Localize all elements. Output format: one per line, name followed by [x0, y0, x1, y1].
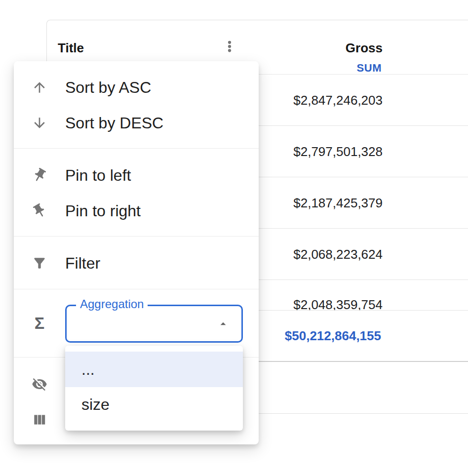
menu-item-pin-right[interactable]: Pin to right — [14, 193, 259, 229]
aggregation-option-label: ... — [81, 360, 95, 379]
sigma-icon: Σ — [32, 312, 47, 334]
gross-aggregation-badge: SUM — [357, 62, 382, 75]
menu-item-filter[interactable]: Filter — [14, 245, 259, 281]
aggregation-option-none[interactable]: ... — [65, 352, 243, 387]
aggregation-option-size[interactable]: size — [65, 387, 243, 422]
menu-item-label: Pin to left — [65, 166, 131, 185]
menu-item-pin-left[interactable]: Pin to left — [14, 158, 259, 193]
column-header-gross[interactable]: Gross — [346, 40, 383, 55]
gross-cell[interactable]: $2,187,425,379 — [293, 194, 383, 212]
column-header-title[interactable]: Title — [58, 40, 84, 55]
menu-item-label: Filter — [65, 254, 100, 273]
menu-divider — [14, 148, 259, 149]
aggregation-dropdown: ... size — [65, 346, 243, 431]
menu-item-sort-asc[interactable]: Sort by ASC — [14, 70, 259, 105]
gross-cell[interactable]: $2,847,246,203 — [293, 91, 383, 109]
menu-divider — [14, 236, 259, 237]
aggregation-field-label: Aggregation — [76, 297, 148, 311]
aggregation-option-label: size — [81, 396, 110, 414]
gross-sum-cell: $50,212,864,155 — [285, 327, 381, 345]
visibility-off-icon — [32, 376, 47, 392]
menu-item-label: Pin to right — [65, 202, 141, 220]
gross-cell[interactable]: $2,797,501,328 — [293, 143, 383, 160]
filter-icon — [32, 255, 47, 271]
pushpin-right-icon — [32, 203, 47, 219]
gross-cell[interactable]: $2,048,359,754 — [293, 296, 383, 310]
pushpin-left-icon — [32, 167, 47, 183]
columns-icon — [32, 412, 47, 428]
gross-cell[interactable]: $2,068,223,624 — [293, 245, 383, 263]
menu-item-label: Sort by DESC — [65, 114, 163, 132]
arrow-upward-icon — [32, 79, 47, 95]
dropdown-arrow-up-icon[interactable] — [217, 317, 230, 330]
column-menu-button[interactable] — [222, 40, 237, 55]
menu-item-label: Sort by ASC — [65, 79, 151, 97]
menu-item-sort-desc[interactable]: Sort by DESC — [14, 105, 259, 141]
arrow-downward-icon — [32, 115, 47, 131]
kebab-menu-icon — [222, 39, 237, 56]
